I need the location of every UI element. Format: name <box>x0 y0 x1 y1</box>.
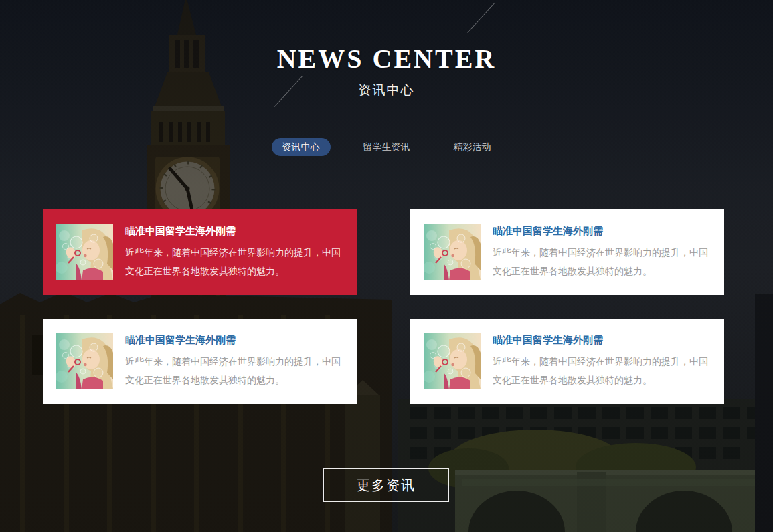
news-card[interactable]: 瞄准中国留学生海外刚需 近些年来，随着中国经济在世界影响力的提升，中国文化正在世… <box>410 209 724 295</box>
tab-student-news[interactable]: 留学生资讯 <box>357 138 416 156</box>
news-card[interactable]: 瞄准中国留学生海外刚需 近些年来，随着中国经济在世界影响力的提升，中国文化正在世… <box>43 209 357 295</box>
news-card-text: 瞄准中国留学生海外刚需 近些年来，随着中国经济在世界影响力的提升，中国文化正在世… <box>125 333 342 389</box>
news-card-text: 瞄准中国留学生海外刚需 近些年来，随着中国经济在世界影响力的提升，中国文化正在世… <box>493 224 709 280</box>
news-card-description: 近些年来，随着中国经济在世界影响力的提升，中国文化正在世界各地散发其独特的魅力。 <box>125 243 342 280</box>
page-title: NEWS CENTER <box>0 43 773 74</box>
news-card-text: 瞄准中国留学生海外刚需 近些年来，随着中国经济在世界影响力的提升，中国文化正在世… <box>125 224 342 280</box>
news-card-title: 瞄准中国留学生海外刚需 <box>125 225 342 237</box>
girl-blowing-bubbles-thumbnail <box>56 224 113 280</box>
news-card-description: 近些年来，随着中国经济在世界影响力的提升，中国文化正在世界各地散发其独特的魅力。 <box>493 243 709 280</box>
news-card-title: 瞄准中国留学生海外刚需 <box>493 334 709 346</box>
news-card-text: 瞄准中国留学生海外刚需 近些年来，随着中国经济在世界影响力的提升，中国文化正在世… <box>493 333 709 389</box>
news-card-description: 近些年来，随着中国经济在世界影响力的提升，中国文化正在世界各地散发其独特的魅力。 <box>493 352 709 389</box>
news-card-title: 瞄准中国留学生海外刚需 <box>493 225 709 237</box>
news-card-description: 近些年来，随着中国经济在世界影响力的提升，中国文化正在世界各地散发其独特的魅力。 <box>125 352 342 389</box>
decor-slash-right <box>467 2 495 33</box>
girl-blowing-bubbles-thumbnail <box>424 333 481 389</box>
girl-blowing-bubbles-thumbnail <box>424 224 481 280</box>
news-card-grid: 瞄准中国留学生海外刚需 近些年来，随着中国经济在世界影响力的提升，中国文化正在世… <box>43 209 724 404</box>
news-tabs: 资讯中心 留学生资讯 精彩活动 <box>0 138 773 156</box>
page-subtitle: 资讯中心 <box>0 82 773 99</box>
tab-news-center[interactable]: 资讯中心 <box>272 138 331 156</box>
girl-blowing-bubbles-thumbnail <box>56 333 113 389</box>
news-card[interactable]: 瞄准中国留学生海外刚需 近些年来，随着中国经济在世界影响力的提升，中国文化正在世… <box>43 319 357 404</box>
more-news-button[interactable]: 更多资讯 <box>323 468 449 502</box>
news-card[interactable]: 瞄准中国留学生海外刚需 近些年来，随着中国经济在世界影响力的提升，中国文化正在世… <box>410 319 724 404</box>
tab-activities[interactable]: 精彩活动 <box>443 138 502 156</box>
news-card-title: 瞄准中国留学生海外刚需 <box>125 334 342 346</box>
